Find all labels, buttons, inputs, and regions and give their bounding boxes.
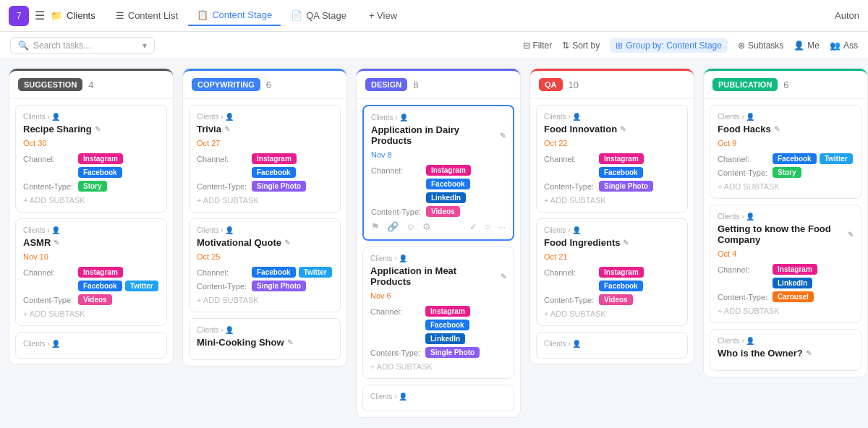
add-subtask-button[interactable]: + ADD SUBTASK <box>544 309 680 318</box>
card-channel-field: Channel: InstagramFacebook <box>544 267 680 291</box>
circle-icon[interactable]: ○ <box>485 221 490 232</box>
card-channel-field: Channel: InstagramFacebook <box>23 153 159 178</box>
toolbar-actions: ⊟ Filter ⇅ Sort by ⊞ Group by: Content S… <box>523 38 858 53</box>
board: SUGGESTION 4 Clients › 👤 Recipe Sharing … <box>0 59 868 428</box>
task-card[interactable]: Clients › 👤 <box>536 332 688 359</box>
card-breadcrumb: Clients › 👤 <box>23 226 159 234</box>
me-button[interactable]: 👤 Me <box>793 40 820 51</box>
edit-icon: ✎ <box>224 125 230 133</box>
add-subtask-button[interactable]: + ADD SUBTASK <box>718 182 854 191</box>
content-type-tag: Story <box>78 181 107 192</box>
task-card[interactable]: Clients › 👤 Mini-Cooking Show ✎ <box>189 318 341 360</box>
search-icon: 🔍 <box>18 40 29 51</box>
add-subtask-button[interactable]: + ADD SUBTASK <box>23 309 159 318</box>
task-card[interactable]: Clients › 👤 Who is the Owner? ✎ <box>710 329 861 371</box>
card-channel-field: Channel: InstagramFacebook <box>197 153 333 178</box>
col-count-design: 8 <box>413 80 418 90</box>
assignee-icon: 👥 <box>830 40 841 51</box>
topbar-right: Auton <box>835 10 859 21</box>
subtasks-button[interactable]: ⊛ Subtasks <box>738 40 783 51</box>
card-channel-field: Channel: FacebookTwitter <box>197 267 333 278</box>
add-subtask-button[interactable]: + ADD SUBTASK <box>23 196 159 205</box>
channel-tags: InstagramFacebook <box>78 153 159 178</box>
settings-icon[interactable]: ⚙ <box>422 221 431 232</box>
edit-icon: ✎ <box>623 239 629 247</box>
edit-icon: ✎ <box>848 231 854 239</box>
col-badge-publication: PUBLICATION <box>712 78 778 91</box>
toolbar: 🔍 Search tasks... ▾ ⊟ Filter ⇅ Sort by ⊞… <box>0 32 868 59</box>
task-card[interactable]: Clients › 👤 Food Ingredients ✎Oct 21 Cha… <box>536 218 688 326</box>
column-suggestion: SUGGESTION 4 Clients › 👤 Recipe Sharing … <box>9 68 174 365</box>
card-date: Oct 4 <box>718 249 854 258</box>
chevron-down-icon: ▾ <box>142 40 147 51</box>
content-tags: Videos <box>78 294 112 305</box>
content-tags: Single Photo <box>599 181 653 192</box>
task-card[interactable]: Clients › 👤 Application in Dairy Product… <box>362 105 514 241</box>
tab-icon: 📄 <box>291 10 302 21</box>
card-date: Oct 25 <box>197 252 333 261</box>
link-icon[interactable]: 🔗 <box>387 221 399 232</box>
more-icon[interactable]: ··· <box>498 221 506 232</box>
add-subtask-button[interactable]: + ADD SUBTASK <box>197 196 333 205</box>
task-card[interactable]: Clients › 👤 <box>362 385 514 411</box>
sort-button[interactable]: ⇅ Sort by <box>562 40 600 51</box>
channel-tag: Facebook <box>252 267 296 278</box>
card-title: Who is the Owner? ✎ <box>718 348 854 359</box>
card-title: Food Hacks ✎ <box>718 124 854 134</box>
add-subtask-button[interactable]: + ADD SUBTASK <box>197 296 333 304</box>
channel-tags: InstagramFacebookTwitter <box>78 267 159 291</box>
card-content-type-field: Content-Type: Story <box>718 167 854 178</box>
col-body-copywriting: Clients › 👤 Trivia ✎Oct 27 Channel: Inst… <box>183 99 346 366</box>
tab-icon: 📋 <box>197 9 208 20</box>
add-subtask-button[interactable]: + ADD SUBTASK <box>718 307 854 315</box>
card-breadcrumb: Clients › 👤 <box>371 114 506 121</box>
hamburger-icon[interactable]: ☰ <box>35 9 45 22</box>
tab-content-stage[interactable]: 📋Content Stage <box>188 5 281 26</box>
flag-icon[interactable]: ⚑ <box>371 221 380 232</box>
content-tags: Story <box>78 181 107 192</box>
card-date: Oct 21 <box>544 252 680 261</box>
col-header-copywriting: COPYWRITING 6 <box>183 69 346 99</box>
task-card[interactable]: Clients › 👤 Getting to know the Food Com… <box>710 205 861 323</box>
task-card[interactable]: Clients › 👤 Trivia ✎Oct 27 Channel: Inst… <box>189 105 341 213</box>
channel-tag: Instagram <box>426 165 471 176</box>
tab-qa-stage[interactable]: 📄QA Stage <box>282 6 355 25</box>
content-tags: Single Photo <box>425 347 480 358</box>
breadcrumb: 📁 Clients <box>51 10 95 21</box>
task-card[interactable]: Clients › 👤 <box>15 332 167 359</box>
task-card[interactable]: Clients › 👤 Motivational Quote ✎Oct 25 C… <box>189 218 341 312</box>
smile-icon[interactable]: ☺ <box>406 221 415 232</box>
content-type-tag: Carousel <box>773 291 814 302</box>
card-content-type-field: Content-Type: Story <box>23 181 159 192</box>
card-breadcrumb: Clients › 👤 <box>544 226 680 234</box>
add-subtask-button[interactable]: + ADD SUBTASK <box>370 362 506 371</box>
channel-tag: Twitter <box>820 153 853 164</box>
col-body-design: Clients › 👤 Application in Dairy Product… <box>357 99 520 417</box>
channel-tag: Facebook <box>426 179 470 189</box>
channel-tags: InstagramFacebook <box>599 267 680 291</box>
add-subtask-button[interactable]: + ADD SUBTASK <box>544 196 680 205</box>
check-icon[interactable]: ✓ <box>469 221 477 232</box>
content-type-tag: Videos <box>426 206 460 217</box>
tab-content-list[interactable]: ☰Content List <box>107 6 187 25</box>
task-card[interactable]: Clients › 👤 Food Innovation ✎Oct 22 Chan… <box>536 105 688 213</box>
topbar-tabs: ☰Content List📋Content Stage📄QA Stage+ Vi… <box>107 5 406 26</box>
channel-tag: Facebook <box>599 281 643 291</box>
channel-tag: LinkedIn <box>425 333 465 344</box>
channel-tag: Facebook <box>78 167 122 178</box>
task-card[interactable]: Clients › 👤 Application in Meat Products… <box>362 247 514 379</box>
topbar-user: Auton <box>835 10 859 21</box>
tab-view[interactable]: + View <box>357 6 406 25</box>
group-icon: ⊞ <box>616 40 623 51</box>
task-card[interactable]: Clients › 👤 Food Hacks ✎Oct 9 Channel: F… <box>710 105 861 199</box>
channel-tags: InstagramFacebookLinkedIn <box>425 306 506 344</box>
assignee-button[interactable]: 👥 Ass <box>830 40 858 51</box>
task-card[interactable]: Clients › 👤 ASMR ✎Nov 10 Channel: Instag… <box>15 218 167 326</box>
filter-button[interactable]: ⊟ Filter <box>523 40 553 51</box>
content-type-tag: Single Photo <box>599 181 653 192</box>
task-card[interactable]: Clients › 👤 Recipe Sharing ✎Oct 30 Chann… <box>15 105 167 213</box>
content-type-tag: Single Photo <box>252 281 306 291</box>
content-type-tag: Single Photo <box>425 347 480 358</box>
group-button[interactable]: ⊞ Group by: Content Stage <box>610 38 728 53</box>
search-box[interactable]: 🔍 Search tasks... ▾ <box>10 37 155 54</box>
